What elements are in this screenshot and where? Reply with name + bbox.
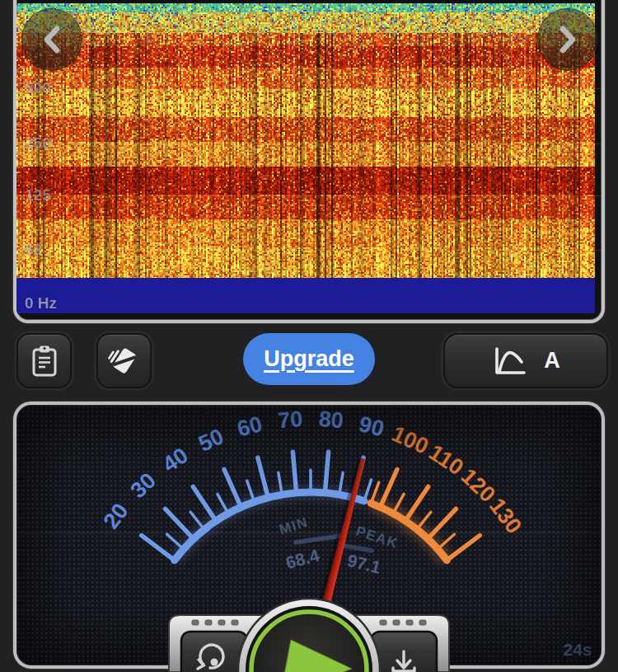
scale-number: 80 bbox=[318, 406, 344, 433]
freq-axis-label: 0 Hz bbox=[25, 294, 57, 313]
peak-value: 97.1 bbox=[345, 551, 383, 577]
frequency-gridline bbox=[16, 195, 602, 196]
scale-tick bbox=[430, 509, 456, 536]
report-button[interactable] bbox=[16, 333, 72, 388]
upgrade-button[interactable]: Upgrade bbox=[243, 333, 375, 385]
scale-tick bbox=[325, 452, 329, 490]
freq-axis-label: 500 bbox=[25, 79, 51, 97]
scale-number: 60 bbox=[235, 411, 265, 442]
scale-tick bbox=[167, 534, 181, 547]
scale-tick bbox=[166, 509, 192, 536]
transport-cluster bbox=[161, 595, 457, 672]
scale-tick bbox=[382, 469, 397, 504]
chevron-left-icon bbox=[40, 25, 64, 54]
next-page-button[interactable] bbox=[537, 8, 598, 71]
scale-number: 110 bbox=[424, 439, 468, 480]
scale-number: 100 bbox=[388, 421, 432, 459]
scale-number: 70 bbox=[277, 406, 303, 433]
freq-axis-label: 125 bbox=[25, 186, 51, 204]
scale-tick bbox=[407, 486, 428, 518]
prev-page-button[interactable] bbox=[21, 8, 82, 71]
scale-tick bbox=[193, 486, 214, 518]
duration-label: 24s bbox=[563, 640, 592, 659]
freq-axis-label: 250 bbox=[25, 134, 51, 153]
themes-button[interactable] bbox=[96, 333, 152, 388]
scale-tick bbox=[258, 458, 267, 495]
frequency-gridline bbox=[16, 143, 602, 144]
scale-tick bbox=[365, 480, 371, 498]
scale-tick bbox=[224, 469, 240, 504]
scale-tick bbox=[419, 512, 430, 527]
weighting-label: A bbox=[544, 348, 560, 374]
upgrade-label: Upgrade bbox=[264, 346, 354, 372]
scale-number: 130 bbox=[485, 494, 527, 538]
tilted-pages-icon bbox=[107, 344, 142, 378]
frequency-gridline bbox=[16, 88, 602, 89]
scale-tick bbox=[218, 494, 227, 510]
scale-tick bbox=[190, 512, 202, 527]
play-button[interactable] bbox=[238, 599, 380, 672]
freq-axis-label: 62 bbox=[25, 241, 42, 259]
scale-number: 50 bbox=[194, 424, 227, 457]
weighting-curve-icon bbox=[491, 345, 526, 378]
scale-number: 30 bbox=[126, 468, 161, 503]
min-label: MIN bbox=[278, 514, 311, 538]
frequency-weighting-button[interactable]: A bbox=[443, 333, 608, 388]
scale-tick bbox=[142, 535, 172, 558]
scale-tick bbox=[293, 452, 296, 490]
min-value: 68.4 bbox=[283, 545, 321, 572]
frequency-gridline bbox=[16, 250, 602, 251]
chevron-right-icon bbox=[555, 25, 580, 54]
scale-number: 120 bbox=[456, 463, 500, 507]
scale-tick bbox=[440, 534, 454, 547]
scale-number: 40 bbox=[158, 443, 193, 477]
clipboard-icon bbox=[30, 344, 59, 378]
scale-number: 90 bbox=[357, 411, 387, 442]
spectrogram-image[interactable] bbox=[16, 3, 595, 313]
scale-number: 20 bbox=[99, 499, 133, 533]
spectrogram-panel: 500250125620 Hz bbox=[13, 0, 605, 323]
scale-tick bbox=[450, 535, 480, 558]
